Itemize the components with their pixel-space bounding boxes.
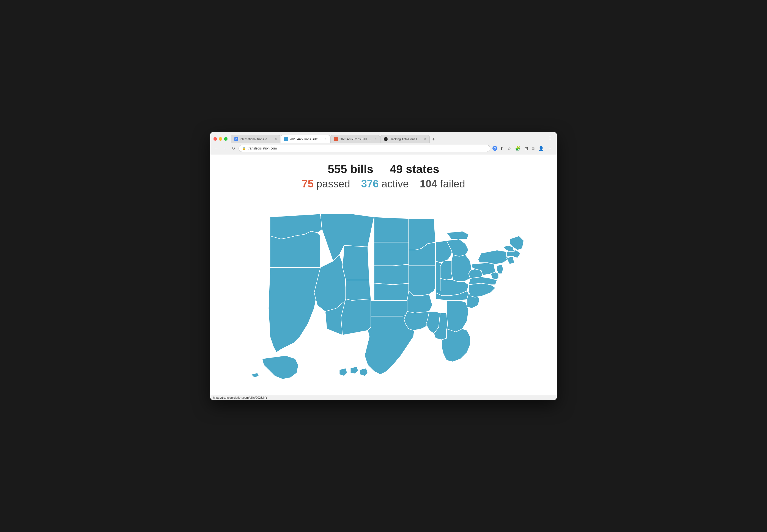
svg-line-1 xyxy=(495,149,496,150)
stats-sub: 75 passed 376 active 104 failed xyxy=(302,178,465,190)
tab-4-icon xyxy=(384,137,388,141)
tab-1-title: international trans law tracking... xyxy=(240,137,272,141)
minimize-button[interactable] xyxy=(219,137,222,141)
bills-count: 555 bills xyxy=(328,163,373,176)
close-button[interactable] xyxy=(214,137,217,141)
tab-4[interactable]: Tracking Anti-Trans Legislation... × xyxy=(380,135,430,143)
states-count: 49 states xyxy=(390,163,439,176)
state-nm[interactable] xyxy=(341,299,371,335)
new-tab-button[interactable]: + xyxy=(430,136,437,143)
browser-window: G international trans law tracking... × … xyxy=(210,132,557,400)
url-text: translegislation.com xyxy=(248,146,277,150)
failed-number: 104 xyxy=(420,178,437,190)
tab-1[interactable]: G international trans law tracking... × xyxy=(231,135,280,143)
bookmark-button[interactable]: ☆ xyxy=(506,145,512,152)
page-content: 555 bills 49 states 75 passed 376 active… xyxy=(210,154,557,400)
state-oh[interactable] xyxy=(451,255,471,282)
back-button[interactable]: ← xyxy=(214,146,220,151)
address-bar[interactable]: 🔒 translegislation.com xyxy=(239,145,490,152)
failed-label: failed xyxy=(440,178,465,190)
forward-button[interactable]: → xyxy=(222,146,228,151)
traffic-lights xyxy=(214,137,228,141)
active-number: 376 xyxy=(361,178,379,190)
refresh-button[interactable]: ↻ xyxy=(231,145,236,151)
browser-chrome: G international trans law tracking... × … xyxy=(210,132,557,154)
split-view-button[interactable]: ⧈ xyxy=(530,145,536,152)
us-map xyxy=(232,198,535,393)
address-bar-row: ← → ↻ 🔒 translegislation.com ⬆ ☆ 🧩 ⊡ ⧈ 👤… xyxy=(210,143,557,154)
active-label: active xyxy=(382,178,409,190)
passed-number: 75 xyxy=(302,178,313,190)
tab-3-close[interactable]: × xyxy=(374,137,376,141)
toolbar-actions: ⬆ ☆ 🧩 ⊡ ⧈ 👤 ⋮ xyxy=(492,145,553,152)
tab-3[interactable]: 2023 Anti-Trans Bills | Track Tr... × xyxy=(330,135,380,143)
tab-2-close[interactable]: × xyxy=(325,137,327,141)
failed-stat: 104 failed xyxy=(420,178,465,190)
google-search-icon xyxy=(492,146,497,151)
tab-search-button[interactable]: ⊡ xyxy=(523,145,529,152)
stats-headline: 555 bills 49 states xyxy=(328,163,439,176)
tab-4-title: Tracking Anti-Trans Legislation... xyxy=(389,137,421,141)
menu-button[interactable]: ⋮ xyxy=(546,145,553,152)
state-ne[interactable] xyxy=(374,264,410,285)
maximize-button[interactable] xyxy=(224,137,228,141)
passed-stat: 75 passed xyxy=(302,178,350,190)
status-bar: https://translegislation.com/bills/2023/… xyxy=(210,395,557,400)
passed-label: passed xyxy=(316,178,350,190)
tab-1-close[interactable]: × xyxy=(275,137,277,141)
active-stat: 376 active xyxy=(361,178,409,190)
state-wy[interactable] xyxy=(343,245,369,280)
tab-3-title: 2023 Anti-Trans Bills | Track Tr... xyxy=(340,137,372,141)
state-in[interactable] xyxy=(440,261,453,280)
tab-1-icon: G xyxy=(235,137,238,141)
title-bar: G international trans law tracking... × … xyxy=(210,132,557,143)
tab-2-icon xyxy=(284,137,288,141)
us-map-container xyxy=(232,198,535,394)
profile-button[interactable]: 👤 xyxy=(537,145,545,152)
more-options-button[interactable]: ⋮ xyxy=(546,135,553,142)
extensions-button[interactable]: 🧩 xyxy=(514,145,522,152)
tab-3-icon xyxy=(334,137,338,141)
tab-2-title: 2023 Anti-Trans Bills: Trans Le... xyxy=(290,137,322,141)
share-button[interactable]: ⬆ xyxy=(498,145,505,152)
state-ok[interactable] xyxy=(371,301,412,316)
tab-4-close[interactable]: × xyxy=(424,137,426,141)
tabs-row: G international trans law tracking... × … xyxy=(231,135,544,143)
state-nj[interactable] xyxy=(497,264,503,274)
status-url: https://translegislation.com/bills/2023/… xyxy=(213,396,268,399)
state-sd[interactable] xyxy=(374,242,409,266)
state-mo[interactable] xyxy=(409,266,437,296)
state-co[interactable] xyxy=(346,280,371,300)
lock-icon: 🔒 xyxy=(242,147,246,150)
state-ks[interactable] xyxy=(374,283,410,301)
svg-point-0 xyxy=(494,147,496,149)
tab-2[interactable]: 2023 Anti-Trans Bills: Trans Le... × xyxy=(281,135,330,143)
state-nd[interactable] xyxy=(374,217,409,242)
